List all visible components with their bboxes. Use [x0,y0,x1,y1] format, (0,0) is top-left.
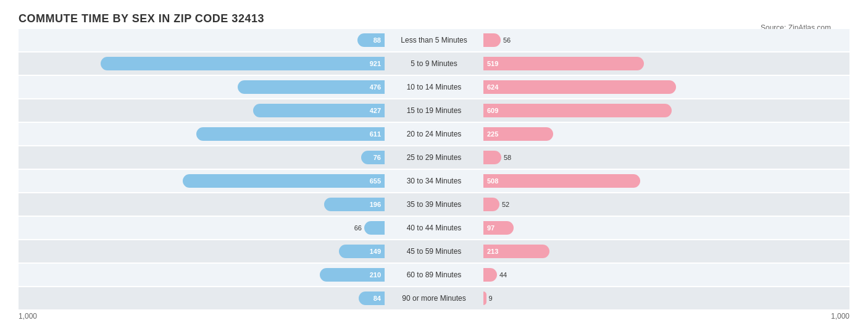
chart-row: 88 88 Less than 5 Minutes [19,29,849,51]
chart-row: 76 76 25 to 29 Minutes [19,146,849,169]
chart-row: 476 476 10 to 14 Minutes [19,76,849,98]
chart-area: 88 88 Less than 5 Minutes [19,29,849,309]
male-bar [183,174,385,188]
chart-row: 210 210 60 to 89 Minutes [19,264,849,286]
male-value-inside: 611 [370,130,381,138]
female-bar [483,80,676,94]
male-value-inside: 476 [370,83,381,91]
female-value-inside: 225 [487,130,498,138]
male-value-inside: 88 [373,36,381,44]
female-value-inside: 609 [487,107,498,114]
row-label: 40 to 44 Minutes [385,224,483,232]
axis-right: 1,000 [831,312,849,321]
chart-row: 655 655 30 to 34 Minutes [19,170,849,192]
axis-left: 1,000 [19,312,37,321]
male-bar [101,57,385,70]
male-value-inside: 427 [370,107,381,114]
female-bar [483,57,644,70]
female-value: 9 [489,295,493,302]
female-value-inside: 213 [487,248,498,255]
chart-row: 84 84 90 or more Minutes [19,287,849,309]
female-bar [483,268,497,282]
female-value: 58 [504,154,511,161]
male-bar [196,127,385,141]
female-value-inside: 508 [487,177,498,185]
female-bar [483,104,672,117]
male-value-inside: 149 [370,248,381,255]
chart-row: 427 427 15 to 19 Minutes [19,99,849,122]
female-bar [483,151,501,164]
female-bar [483,33,501,47]
female-value-inside: 624 [487,83,498,91]
male-bar [253,104,385,117]
row-label: 60 to 89 Minutes [385,271,483,279]
row-label: 30 to 34 Minutes [385,177,483,185]
chart-row: 611 611 20 to 24 Minutes [19,123,849,145]
female-bar [483,292,486,305]
male-value: 66 [354,224,362,232]
male-value-inside: 210 [370,271,381,279]
row-label: 45 to 59 Minutes [385,247,483,256]
male-bar [364,221,385,235]
male-value-inside: 84 [373,295,381,302]
male-value-inside: 655 [370,177,381,185]
chart-row: 149 149 45 to 59 Minutes [19,240,849,262]
chart-row: 66 66 40 to 44 Minutes [19,217,849,239]
female-value: 56 [503,36,511,44]
row-label: 15 to 19 Minutes [385,106,483,115]
row-label: 90 or more Minutes [385,294,483,303]
chart-title: COMMUTE TIME BY SEX IN ZIP CODE 32413 [19,12,849,25]
row-label: 5 to 9 Minutes [385,59,483,68]
axis-labels: 1,000 1,000 [19,312,849,321]
chart-row: 921 921 5 to 9 Minutes [19,52,849,75]
female-bar [483,198,499,211]
female-value: 44 [499,271,507,279]
row-label: 10 to 14 Minutes [385,83,483,91]
female-value: 52 [502,201,509,208]
female-value-inside: 519 [487,60,498,67]
row-label: 25 to 29 Minutes [385,153,483,162]
row-label: 20 to 24 Minutes [385,130,483,138]
row-label: 35 to 39 Minutes [385,200,483,209]
male-value-inside: 921 [370,60,381,67]
male-value-inside: 196 [370,201,381,208]
female-bar [483,174,640,188]
female-value-inside: 97 [487,224,495,232]
chart-row: 196 196 35 to 39 Minutes [19,193,849,216]
male-bar [238,80,385,94]
row-label: Less than 5 Minutes [385,36,483,44]
male-value-inside: 76 [373,154,381,161]
